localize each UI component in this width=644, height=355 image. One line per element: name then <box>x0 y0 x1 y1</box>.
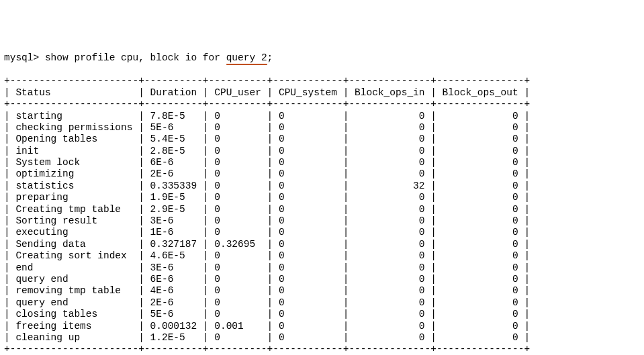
command-prefix: show profile cpu, block io for <box>45 52 226 63</box>
sql-command-line[interactable]: mysql> show profile cpu, block io for qu… <box>4 52 640 64</box>
command-suffix: ; <box>267 52 273 63</box>
command-query-ref: query 2 <box>226 52 267 65</box>
mysql-prompt: mysql> <box>4 52 45 63</box>
profile-table: +----------------------+----------+-----… <box>4 75 640 355</box>
